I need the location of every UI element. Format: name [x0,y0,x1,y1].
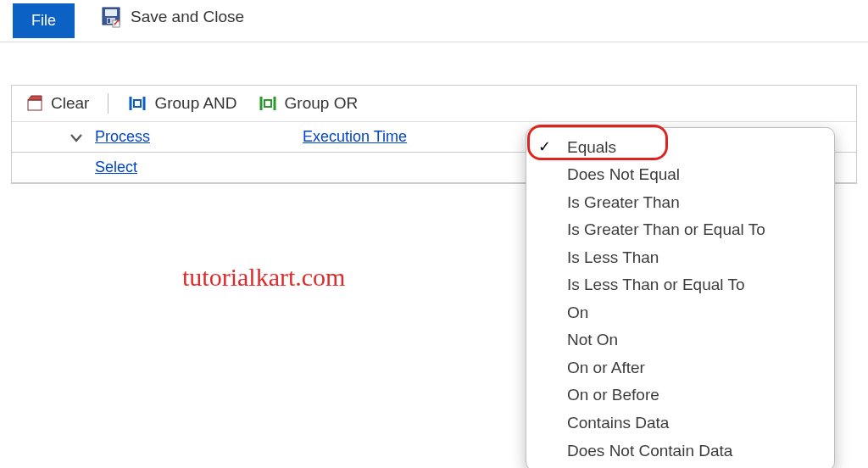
group-and-icon [127,94,147,113]
svg-rect-3 [108,19,110,23]
svg-marker-6 [28,96,42,100]
operator-option-label: Is Less Than [567,246,659,270]
clear-icon [25,94,44,113]
svg-rect-8 [264,100,271,107]
operator-option-label: Is Greater Than or Equal To [567,218,765,242]
group-and-button[interactable]: Group AND [120,92,243,115]
svg-rect-7 [134,100,141,107]
operator-option-label: Contains Data [567,411,669,435]
operator-option-label: Is Less Than or Equal To [567,273,744,297]
clear-button[interactable]: Clear [19,92,96,115]
operator-option[interactable]: On or After [526,354,834,382]
operator-dropdown: ✓EqualsDoes Not EqualIs Greater ThanIs G… [526,127,835,468]
operator-option[interactable]: Contains Data [526,409,834,437]
operator-option[interactable]: On or Before [526,382,834,410]
group-or-label: Group OR [285,94,359,113]
svg-rect-5 [28,100,42,110]
operator-option[interactable]: Not On [526,326,834,354]
group-and-label: Group AND [154,94,236,113]
operator-option-label: Does Not Contain Data [567,439,732,463]
select-link[interactable]: Select [95,159,137,176]
save-and-close-label: Save and Close [131,8,244,26]
svg-rect-1 [105,9,117,16]
operator-option[interactable]: Does Not Contain Data [526,437,834,465]
check-icon: ✓ [538,136,551,158]
operator-option-label: On or After [567,356,645,380]
operator-option[interactable]: Is Greater Than or Equal To [526,216,834,244]
top-toolbar: File Save and Close [0,0,868,42]
operator-option-label: On [567,301,588,325]
operator-option-label: Does Not Equal [567,163,680,187]
execution-time-link[interactable]: Execution Time [303,128,407,146]
operator-option-label: Equals [567,136,616,159]
operator-option[interactable]: Is Less Than [526,243,834,271]
operator-option[interactable]: Is Greater Than [526,188,834,216]
file-menu-button[interactable]: File [13,3,75,38]
toolbar-divider [108,93,108,114]
operator-option-label: On or Before [567,383,659,407]
watermark-text: tutorialkart.com [182,263,345,292]
save-icon [100,6,122,28]
group-or-button[interactable]: Group OR [251,92,365,115]
clear-label: Clear [51,94,89,113]
operator-option-label: Is Greater Than [567,191,680,214]
operator-option[interactable]: Is Less Than or Equal To [526,271,834,299]
operator-option[interactable]: Does Not Equal [526,161,834,189]
process-link[interactable]: Process [95,128,150,146]
operator-option-label: Not On [567,328,618,352]
operator-option[interactable]: ✓Equals [526,133,834,161]
save-and-close-button[interactable]: Save and Close [100,6,244,28]
chevron-down-icon[interactable] [70,131,83,143]
operator-option[interactable]: On [526,298,834,326]
filter-toolbar: Clear Group AND Group OR [12,86,856,122]
group-or-icon [258,94,278,113]
